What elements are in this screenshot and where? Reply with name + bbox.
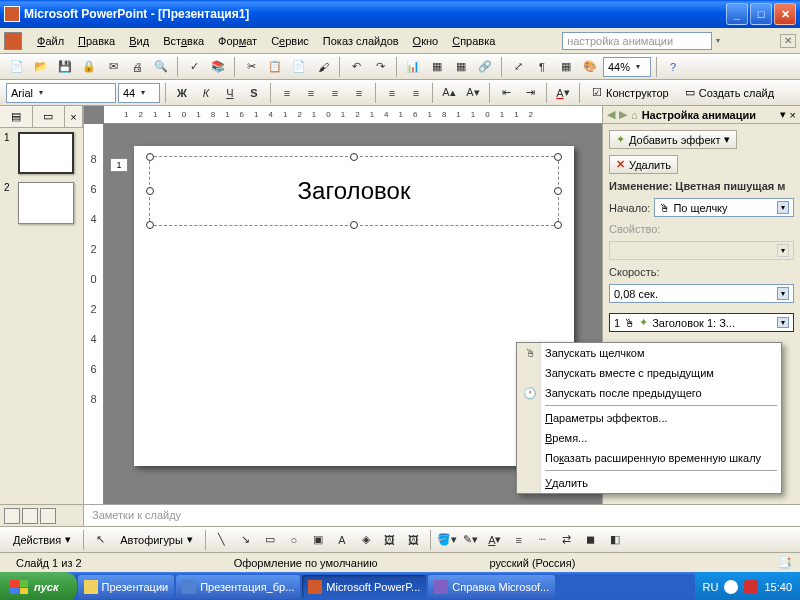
animation-tag[interactable]: 1 [110, 158, 128, 172]
print-icon[interactable]: 🖨 [126, 56, 148, 78]
animation-list-item[interactable]: 1 🖱 ✦ Заголовок 1: З... ▾ [609, 313, 794, 332]
menu-tools[interactable]: Сервис [264, 32, 316, 50]
sorter-view-icon[interactable] [22, 508, 38, 524]
help-icon[interactable]: ? [662, 56, 684, 78]
hyperlink-icon[interactable]: 🔗 [474, 56, 496, 78]
tables-borders-icon[interactable]: ▦ [450, 56, 472, 78]
table-icon[interactable]: ▦ [426, 56, 448, 78]
cut-icon[interactable]: ✂ [240, 56, 262, 78]
dash-style-icon[interactable]: ┈ [532, 529, 554, 551]
menu-help[interactable]: Справка [445, 32, 502, 50]
maximize-button[interactable]: □ [750, 3, 772, 25]
align-left-icon[interactable]: ≡ [276, 82, 298, 104]
line-color-icon[interactable]: ✎▾ [460, 529, 482, 551]
speed-dropdown[interactable]: 0,08 сек.▾ [609, 284, 794, 303]
font-size-combo[interactable]: 44▾ [118, 83, 160, 103]
bullets-icon[interactable]: ≡ [405, 82, 427, 104]
save-icon[interactable]: 💾 [54, 56, 76, 78]
pane-home-icon[interactable]: ⌂ [631, 109, 638, 121]
close-button[interactable]: ✕ [774, 3, 796, 25]
title-textbox[interactable]: Заголовок [149, 156, 559, 226]
rectangle-icon[interactable]: ▭ [259, 529, 281, 551]
help-search-input[interactable] [562, 32, 712, 50]
cm-after-prev[interactable]: 🕐Запускать после предыдущего [517, 383, 781, 403]
document-close-button[interactable]: ✕ [780, 34, 796, 48]
paste-icon[interactable]: 📄 [288, 56, 310, 78]
start-button[interactable]: пуск [0, 572, 77, 600]
menu-window[interactable]: Окно [406, 32, 446, 50]
chart-icon[interactable]: 📊 [402, 56, 424, 78]
menu-file[interactable]: Файл [30, 32, 71, 50]
open-icon[interactable]: 📂 [30, 56, 52, 78]
select-icon[interactable]: ↖ [89, 529, 111, 551]
show-formatting-icon[interactable]: ¶ [531, 56, 553, 78]
spell-icon[interactable]: ✓ [183, 56, 205, 78]
italic-icon[interactable]: К [195, 82, 217, 104]
delete-effect-button[interactable]: ✕ Удалить [609, 155, 678, 174]
line-icon[interactable]: ╲ [211, 529, 233, 551]
diagram-icon[interactable]: ◈ [355, 529, 377, 551]
font-combo[interactable]: Arial▾ [6, 83, 116, 103]
wordart-icon[interactable]: A [331, 529, 353, 551]
pane-fwd-icon[interactable]: ▶ [619, 108, 627, 121]
cm-effect-opts[interactable]: Параметры эффектов... [517, 408, 781, 428]
copy-icon[interactable]: 📋 [264, 56, 286, 78]
slide-thumb-1[interactable]: 1 [0, 128, 83, 178]
format-painter-icon[interactable]: 🖌 [312, 56, 334, 78]
menu-format[interactable]: Формат [211, 32, 264, 50]
research-icon[interactable]: 📚 [207, 56, 229, 78]
redo-icon[interactable]: ↷ [369, 56, 391, 78]
menu-edit[interactable]: Правка [71, 32, 122, 50]
close-panel-icon[interactable]: × [65, 106, 83, 127]
new-slide-button[interactable]: ▭ Создать слайд [678, 82, 781, 104]
shadow-style-icon[interactable]: ◼ [580, 529, 602, 551]
zoom-combo[interactable]: 44%▾ [603, 57, 651, 77]
minimize-button[interactable]: _ [726, 3, 748, 25]
increase-font-icon[interactable]: A▴ [438, 82, 460, 104]
justify-icon[interactable]: ≡ [348, 82, 370, 104]
tray-icon-1[interactable] [724, 580, 738, 594]
increase-indent-icon[interactable]: ⇥ [519, 82, 541, 104]
autoshapes-button[interactable]: Автофигуры ▾ [113, 529, 200, 551]
tray-lang[interactable]: RU [703, 581, 719, 593]
tray-clock[interactable]: 15:40 [764, 581, 792, 593]
decrease-font-icon[interactable]: A▾ [462, 82, 484, 104]
cm-with-prev[interactable]: Запускать вместе с предыдущим [517, 363, 781, 383]
grid-icon[interactable]: ▦ [555, 56, 577, 78]
cm-on-click[interactable]: 🖱Запускать щелчком [517, 343, 781, 363]
fill-color-icon[interactable]: 🪣▾ [436, 529, 458, 551]
taskbar-item-1[interactable]: Презентации [78, 575, 175, 599]
picture-icon[interactable]: 🖼 [403, 529, 425, 551]
pane-close-icon[interactable]: × [790, 109, 796, 121]
taskbar-item-2[interactable]: Презентация_бр... [176, 575, 300, 599]
start-dropdown[interactable]: 🖱 По щелчку▾ [654, 198, 794, 217]
item-menu-icon[interactable]: ▾ [777, 317, 789, 328]
cm-timing[interactable]: Время... [517, 428, 781, 448]
menu-view[interactable]: Вид [122, 32, 156, 50]
designer-button[interactable]: ☑ Конструктор [585, 82, 676, 104]
bold-icon[interactable]: Ж [171, 82, 193, 104]
line-style-icon[interactable]: ≡ [508, 529, 530, 551]
taskbar-item-3[interactable]: Microsoft PowerP... [302, 575, 426, 599]
notes-placeholder[interactable]: Заметки к слайду [84, 505, 800, 526]
color-icon[interactable]: 🎨 [579, 56, 601, 78]
actions-button[interactable]: Действия ▾ [6, 529, 78, 551]
pane-menu-icon[interactable]: ▾ [780, 108, 786, 121]
outline-tab[interactable]: ▤ [0, 106, 33, 127]
slide-canvas[interactable]: 1 Заголовок [134, 146, 574, 466]
arrow-style-icon[interactable]: ⇄ [556, 529, 578, 551]
menu-insert[interactable]: Вставка [156, 32, 211, 50]
email-icon[interactable]: ✉ [102, 56, 124, 78]
underline-icon[interactable]: Ч [219, 82, 241, 104]
add-effect-button[interactable]: ✦ Добавить эффект ▾ [609, 130, 737, 149]
textbox-icon[interactable]: ▣ [307, 529, 329, 551]
oval-icon[interactable]: ○ [283, 529, 305, 551]
arrow-icon[interactable]: ↘ [235, 529, 257, 551]
expand-icon[interactable]: ⤢ [507, 56, 529, 78]
font-color-icon[interactable]: A▾ [484, 529, 506, 551]
taskbar-item-4[interactable]: Справка Microsof... [428, 575, 555, 599]
3d-style-icon[interactable]: ◧ [604, 529, 626, 551]
preview-icon[interactable]: 🔍 [150, 56, 172, 78]
permission-icon[interactable]: 🔒 [78, 56, 100, 78]
normal-view-icon[interactable] [4, 508, 20, 524]
